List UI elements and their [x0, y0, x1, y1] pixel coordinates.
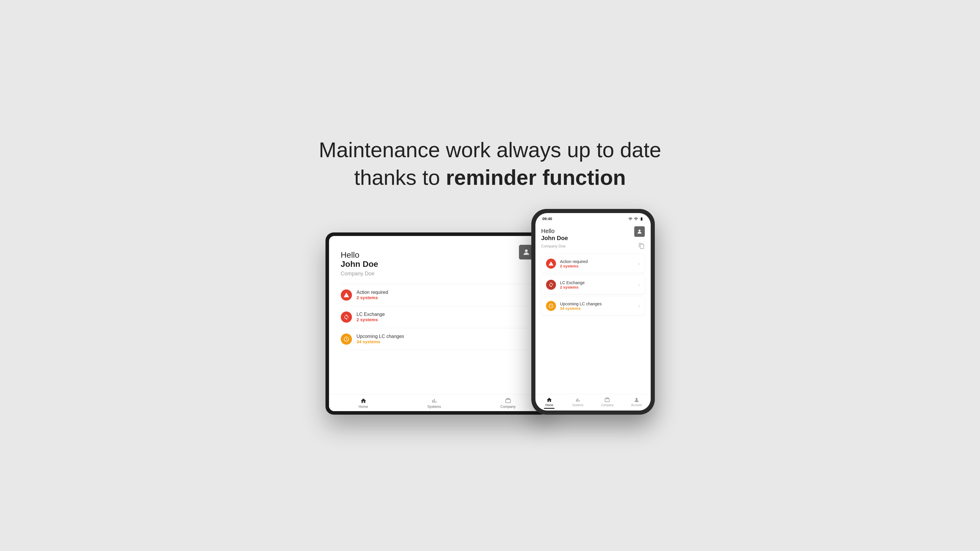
phone-warning-icon: [546, 259, 556, 268]
phone-nav-home[interactable]: Home: [541, 397, 557, 409]
phone-nav-company[interactable]: Company: [598, 397, 617, 409]
phone-card-0-chevron: ›: [638, 260, 640, 267]
phone-nav-company-label: Company: [601, 403, 614, 407]
battery-icon: [640, 217, 644, 221]
tablet-item-0-title: Action required: [357, 290, 388, 295]
phone-nav: Home Systems Company Account: [535, 394, 651, 411]
phone-card-2-title: Upcoming LC changes: [560, 302, 638, 306]
phone-nav-systems[interactable]: Systems: [569, 397, 586, 409]
tablet-item-1-text: LC Exchange 2 systems: [357, 312, 385, 322]
phone-card-2-chevron: ›: [638, 303, 640, 309]
tablet-item-1-sub: 2 systems: [357, 317, 385, 322]
title-line1: Maintenance work always up to date: [319, 138, 661, 162]
phone-avatar: [634, 226, 645, 237]
phone-card-0[interactable]: Action required 2 systems ›: [541, 254, 645, 273]
phone-card-1-text: LC Exchange 2 systems: [560, 280, 638, 289]
phone-card-2-text: Upcoming LC changes 34 systems: [560, 302, 638, 311]
tablet-nav-home-label: Home: [359, 405, 368, 409]
phone-body: Hello John Doe Company Doe Action requir…: [535, 222, 651, 394]
tablet-item-0-text: Action required 2 systems: [357, 290, 388, 300]
tablet-greeting: Hello John Doe: [341, 251, 534, 269]
tablet-warning-icon: [341, 289, 352, 301]
phone-card-1[interactable]: LC Exchange 2 systems ›: [541, 276, 645, 294]
phone-card-0-title: Action required: [560, 259, 638, 264]
phone-nav-active-indicator: [544, 408, 555, 409]
tablet-clock-icon: [341, 333, 352, 345]
phone-status-bar: 09:40: [535, 213, 651, 222]
phone-time: 09:40: [542, 217, 552, 221]
tablet-nav-systems[interactable]: Systems: [428, 398, 441, 409]
phone-clock-icon: [546, 301, 556, 311]
tablet-list-item-1[interactable]: LC Exchange 2 systems: [341, 306, 534, 328]
phone-nav-systems-label: Systems: [572, 403, 583, 407]
phone-device: 09:40 Hello John Doe Company Doe: [531, 209, 655, 414]
page-title: Maintenance work always up to date thank…: [319, 137, 661, 191]
phone-card-2-sub: 34 systems: [560, 306, 638, 311]
phone-status-icons: [628, 217, 644, 221]
title-line2-normal: thanks to: [354, 166, 446, 189]
tablet-nav-home[interactable]: Home: [359, 398, 368, 409]
tablet-item-2-sub: 34 systems: [357, 339, 404, 344]
tablet-hello: Hello: [341, 250, 360, 259]
phone-greeting: Hello John Doe: [541, 227, 645, 241]
tablet-item-0-sub: 2 systems: [357, 295, 388, 300]
tablet-body: Hello John Doe Company Doe Action requir…: [329, 236, 546, 394]
phone-card-1-chevron: ›: [638, 282, 640, 288]
tablet-item-1-title: LC Exchange: [357, 312, 385, 317]
phone-company-row: Company Doe: [541, 243, 645, 249]
phone-card-0-sub: 2 systems: [560, 264, 638, 268]
tablet-list-item-0[interactable]: Action required 2 systems: [341, 284, 534, 306]
tablet-item-2-text: Upcoming LC changes 34 systems: [357, 334, 404, 344]
phone-nav-home-label: Home: [546, 403, 554, 407]
wifi-icon: [634, 217, 638, 221]
phone-nav-account[interactable]: Account: [628, 397, 645, 409]
phone-nav-account-label: Account: [631, 403, 642, 407]
tablet-item-2-title: Upcoming LC changes: [357, 334, 404, 339]
phone-name: John Doe: [541, 235, 645, 241]
copy-icon: [638, 243, 645, 249]
svg-point-1: [638, 230, 640, 232]
tablet-nav-company[interactable]: Company: [500, 398, 515, 409]
phone-exchange-icon: [546, 280, 556, 290]
title-line2: thanks to reminder function: [354, 166, 626, 189]
tablet-device: Hello John Doe Company Doe Action requir…: [326, 232, 549, 414]
tablet-nav-company-label: Company: [500, 405, 515, 409]
phone-card-1-sub: 2 systems: [560, 285, 638, 289]
tablet-nav-systems-label: Systems: [428, 405, 441, 409]
tablet-company: Company Doe: [341, 271, 534, 277]
tablet-screen: Hello John Doe Company Doe Action requir…: [329, 236, 546, 411]
svg-point-0: [525, 249, 528, 252]
phone-card-2[interactable]: Upcoming LC changes 34 systems ›: [541, 297, 645, 315]
phone-card-0-text: Action required 2 systems: [560, 259, 638, 268]
svg-point-2: [635, 398, 638, 400]
phone-card-1-title: LC Exchange: [560, 280, 638, 285]
tablet-exchange-icon: [341, 311, 352, 323]
signal-icon: [628, 217, 632, 221]
phone-screen: 09:40 Hello John Doe Company Doe: [535, 213, 651, 411]
phone-hello: Hello: [541, 228, 555, 234]
phone-company: Company Doe: [541, 244, 566, 248]
tablet-name: John Doe: [341, 260, 534, 269]
title-line2-bold: reminder function: [446, 166, 626, 189]
devices-wrapper: Hello John Doe Company Doe Action requir…: [326, 209, 655, 414]
tablet-list-item-2[interactable]: Upcoming LC changes 34 systems: [341, 328, 534, 350]
tablet-nav: Home Systems Company: [329, 394, 546, 411]
